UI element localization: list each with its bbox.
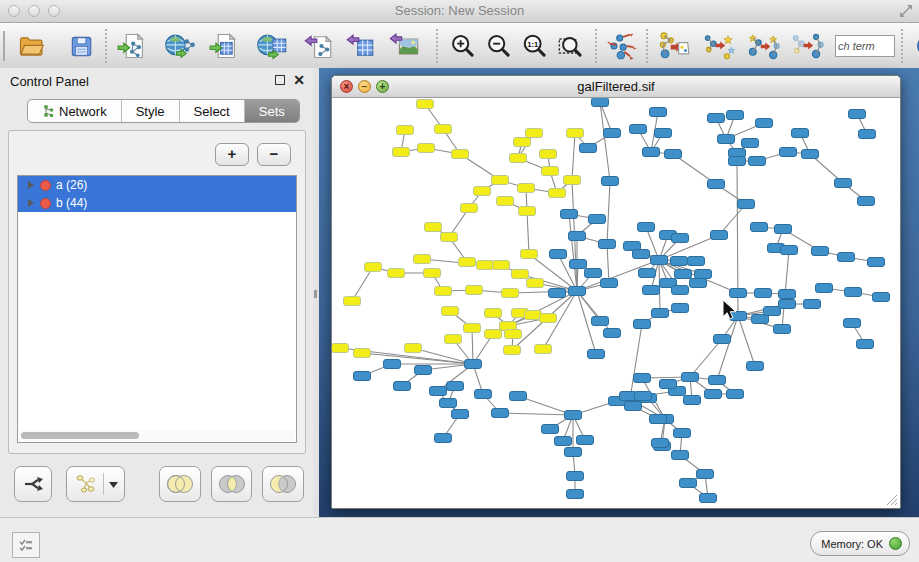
- import-network-url-button[interactable]: [162, 28, 198, 64]
- network-node[interactable]: [652, 439, 669, 448]
- network-node[interactable]: [435, 125, 452, 134]
- memory-status-button[interactable]: Memory: OK: [810, 531, 910, 556]
- frame-resize-grip[interactable]: [886, 494, 898, 506]
- help-button[interactable]: ?: [910, 28, 919, 64]
- network-edge[interactable]: [500, 413, 573, 415]
- network-node[interactable]: [671, 257, 688, 266]
- network-node[interactable]: [393, 148, 410, 157]
- network-node[interactable]: [857, 340, 874, 349]
- show-all-button[interactable]: [789, 28, 825, 64]
- network-node[interactable]: [425, 223, 442, 232]
- network-node[interactable]: [835, 179, 852, 188]
- network-node[interactable]: [633, 250, 650, 259]
- union-sets-button[interactable]: [159, 466, 201, 502]
- network-node[interactable]: [540, 314, 557, 323]
- splitter-grip[interactable]: [314, 290, 317, 298]
- create-set-from-network-button[interactable]: [66, 466, 125, 502]
- network-node[interactable]: [816, 284, 833, 293]
- network-node[interactable]: [672, 286, 689, 295]
- network-node[interactable]: [727, 111, 744, 120]
- network-node[interactable]: [792, 129, 809, 138]
- network-node[interactable]: [780, 148, 797, 157]
- network-node[interactable]: [567, 472, 584, 481]
- network-node[interactable]: [695, 270, 712, 279]
- network-node[interactable]: [650, 415, 667, 424]
- network-node[interactable]: [405, 344, 422, 353]
- network-node[interactable]: [660, 380, 677, 389]
- network-node[interactable]: [521, 250, 538, 259]
- remove-set-button[interactable]: −: [257, 143, 291, 166]
- network-node[interactable]: [570, 260, 587, 269]
- select-first-neighbors-button[interactable]: [745, 28, 781, 64]
- network-window[interactable]: × − + galFiltered.sif: [331, 75, 901, 509]
- network-node[interactable]: [674, 429, 691, 438]
- network-node[interactable]: [802, 150, 819, 159]
- horizontal-scrollbar[interactable]: [19, 430, 295, 441]
- network-node[interactable]: [344, 297, 361, 306]
- network-node[interactable]: [755, 289, 772, 298]
- close-panel-icon[interactable]: ✕: [293, 72, 305, 88]
- network-node[interactable]: [672, 234, 689, 243]
- new-network-from-selection-button[interactable]: [655, 28, 691, 64]
- network-edge[interactable]: [577, 291, 612, 333]
- network-node[interactable]: [690, 279, 707, 288]
- network-node[interactable]: [519, 207, 536, 216]
- network-node[interactable]: [565, 448, 582, 457]
- network-node[interactable]: [688, 257, 705, 266]
- task-history-button[interactable]: [12, 532, 40, 558]
- export-image-button[interactable]: [386, 28, 422, 64]
- import-network-file-button[interactable]: [114, 28, 150, 64]
- search-input[interactable]: [835, 35, 895, 57]
- open-session-button[interactable]: [13, 28, 49, 64]
- network-node[interactable]: [718, 135, 735, 144]
- network-node[interactable]: [858, 197, 875, 206]
- network-node[interactable]: [418, 144, 435, 153]
- network-node[interactable]: [477, 261, 494, 270]
- network-node[interactable]: [700, 494, 717, 503]
- network-node[interactable]: [779, 300, 796, 309]
- network-node[interactable]: [567, 129, 584, 138]
- network-node[interactable]: [465, 360, 482, 369]
- network-node[interactable]: [497, 197, 514, 206]
- network-node[interactable]: [512, 270, 529, 279]
- network-node[interactable]: [565, 411, 582, 420]
- network-node[interactable]: [749, 157, 766, 166]
- network-node[interactable]: [466, 286, 483, 295]
- network-node[interactable]: [849, 110, 866, 119]
- network-node[interactable]: [838, 253, 855, 262]
- hide-selection-button[interactable]: [701, 28, 737, 64]
- network-node[interactable]: [708, 114, 725, 123]
- network-node[interactable]: [569, 232, 586, 241]
- network-edge[interactable]: [607, 181, 610, 244]
- zoom-selected-button[interactable]: [553, 28, 589, 64]
- network-node[interactable]: [525, 311, 542, 320]
- network-node[interactable]: [680, 479, 697, 488]
- network-node[interactable]: [672, 304, 689, 313]
- network-node[interactable]: [727, 390, 744, 399]
- network-node[interactable]: [709, 376, 726, 385]
- network-node[interactable]: [492, 176, 509, 185]
- network-node[interactable]: [510, 154, 527, 163]
- network-node[interactable]: [738, 200, 755, 209]
- network-node[interactable]: [697, 470, 714, 479]
- expand-triangle-icon[interactable]: [28, 181, 34, 189]
- network-node[interactable]: [474, 187, 491, 196]
- network-node[interactable]: [592, 98, 609, 107]
- network-node[interactable]: [638, 223, 655, 232]
- network-window-titlebar[interactable]: × − + galFiltered.sif: [332, 76, 900, 98]
- network-node[interactable]: [549, 189, 566, 198]
- network-node[interactable]: [569, 287, 586, 296]
- network-node[interactable]: [518, 184, 535, 193]
- set-row-a[interactable]: a (26): [18, 176, 296, 194]
- network-node[interactable]: [424, 269, 441, 278]
- network-node[interactable]: [526, 129, 543, 138]
- network-node[interactable]: [435, 287, 452, 296]
- network-node[interactable]: [634, 374, 651, 383]
- network-edge[interactable]: [717, 316, 738, 380]
- network-node[interactable]: [414, 255, 431, 264]
- network-node[interactable]: [514, 138, 531, 147]
- network-node[interactable]: [643, 148, 660, 157]
- network-node[interactable]: [564, 176, 581, 185]
- network-node[interactable]: [365, 263, 382, 272]
- network-node[interactable]: [440, 399, 457, 408]
